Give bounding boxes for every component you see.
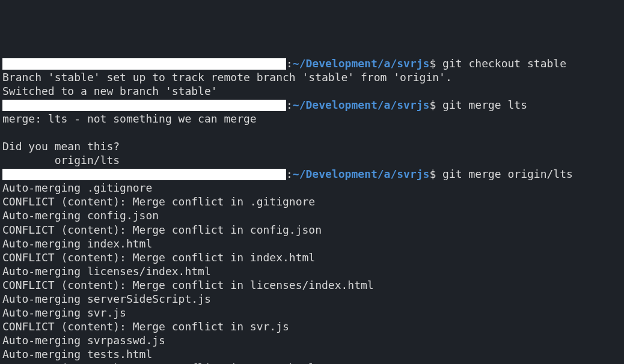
output-line: CONFLICT (content): Merge conflict in in… bbox=[2, 250, 622, 264]
prompt-path: ~/Development/a/svrjs bbox=[293, 99, 430, 111]
output-line: CONFLICT (content): Merge conflict in te… bbox=[2, 361, 622, 364]
command-text: git checkout stable bbox=[442, 57, 566, 70]
prompt-line: :~/Development/a/svrjs$ git merge lts bbox=[2, 98, 622, 112]
output-line: Switched to a new branch 'stable' bbox=[2, 84, 622, 98]
redacted-hostname bbox=[2, 100, 286, 111]
output-line: Did you mean this? bbox=[2, 139, 622, 153]
output-line: Auto-merging serverSideScript.js bbox=[2, 292, 622, 306]
output-line: CONFLICT (content): Merge conflict in sv… bbox=[2, 320, 622, 333]
output-line: Auto-merging tests.html bbox=[2, 347, 622, 361]
prompt-separator: : bbox=[286, 57, 293, 70]
output-line: Auto-merging config.json bbox=[2, 208, 622, 222]
output-line: Auto-merging index.html bbox=[2, 237, 622, 250]
prompt-path: ~/Development/a/svrjs bbox=[293, 168, 430, 180]
prompt-dollar: $ bbox=[429, 57, 442, 70]
output-line: CONFLICT (content): Merge conflict in co… bbox=[2, 223, 622, 237]
output-line: Auto-merging svrpasswd.js bbox=[2, 333, 622, 347]
redacted-hostname bbox=[2, 169, 286, 180]
command-text: git merge origin/lts bbox=[442, 168, 573, 180]
prompt-line: :~/Development/a/svrjs$ git checkout sta… bbox=[2, 56, 622, 70]
output-line: Auto-merging .gitignore bbox=[2, 181, 622, 195]
output-line: CONFLICT (content): Merge conflict in li… bbox=[2, 278, 622, 292]
prompt-dollar: $ bbox=[429, 168, 442, 180]
prompt-dollar: $ bbox=[429, 99, 442, 111]
output-line: Auto-merging svr.js bbox=[2, 306, 622, 320]
prompt-path: ~/Development/a/svrjs bbox=[293, 57, 430, 70]
command-text: git merge lts bbox=[442, 99, 527, 111]
prompt-separator: : bbox=[286, 168, 293, 180]
redacted-hostname bbox=[2, 58, 286, 70]
output-line: merge: lts - not something we can merge bbox=[2, 112, 622, 126]
output-line: origin/lts bbox=[2, 153, 622, 167]
prompt-separator: : bbox=[286, 99, 293, 111]
output-line: CONFLICT (content): Merge conflict in .g… bbox=[2, 195, 622, 208]
prompt-line: :~/Development/a/svrjs$ git merge origin… bbox=[2, 167, 622, 181]
terminal-output[interactable]: :~/Development/a/svrjs$ git checkout sta… bbox=[2, 56, 622, 364]
output-line: Auto-merging licenses/index.html bbox=[2, 264, 622, 278]
output-line: Branch 'stable' set up to track remote b… bbox=[2, 70, 622, 84]
output-line bbox=[2, 126, 622, 139]
